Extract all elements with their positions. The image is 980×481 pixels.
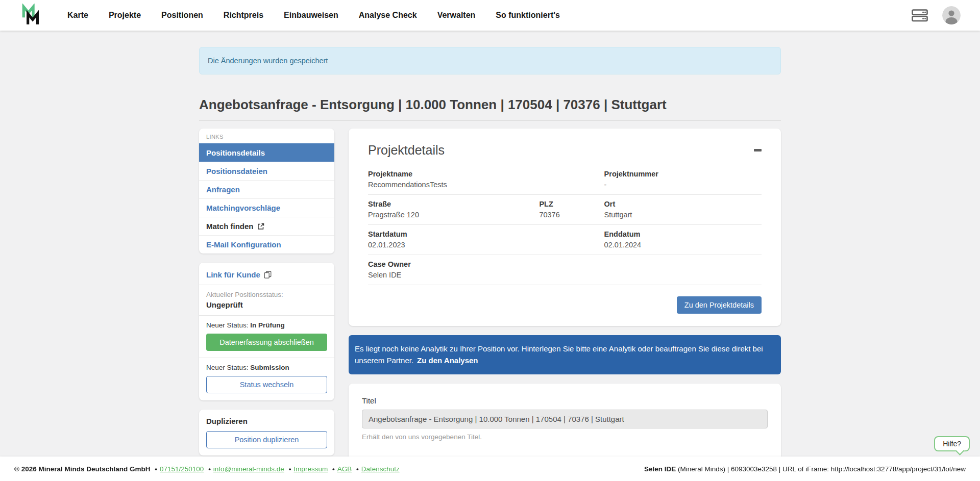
customer-link[interactable]: Link für Kunde — [206, 269, 327, 285]
divider — [199, 315, 334, 316]
footer-agb-link[interactable]: AGB — [337, 465, 352, 473]
footer-copyright: © 2026 Mineral Minds Deutschland GmbH — [14, 465, 151, 473]
complete-data-entry-button[interactable]: Datenerfassung abschließen — [206, 334, 327, 351]
main-column: Projektdetails Projektname Recommendatio… — [349, 129, 781, 481]
titel-input[interactable] — [362, 410, 768, 428]
footer-impressum-link[interactable]: Impressum — [293, 465, 328, 473]
new-status-1: Neuer Status: In Prüfung — [206, 321, 327, 329]
mineral-minds-logo[interactable] — [20, 4, 44, 27]
sidebar: LINKS Positionsdetails Positionsdateien … — [199, 129, 334, 481]
sidebar-item-email-konfiguration[interactable]: E-Mail Konfiguration — [199, 235, 334, 254]
titel-helper: Erhält den von uns vorgegebenen Titel. — [362, 433, 768, 441]
sidebar-item-label: E-Mail Konfiguration — [206, 240, 281, 249]
current-status-label: Aktueller Positionsstatus: — [206, 291, 327, 298]
nav-item-analyse-check[interactable]: Analyse Check — [359, 11, 417, 20]
external-link-icon — [257, 223, 264, 230]
nav-item-verwalten[interactable]: Verwalten — [437, 11, 476, 20]
strasse-label: Straße — [368, 200, 539, 208]
nav-item-karte[interactable]: Karte — [67, 11, 88, 20]
divider — [199, 358, 334, 358]
startdatum-label: Startdatum — [368, 230, 604, 238]
links-card: LINKS Positionsdetails Positionsdateien … — [199, 129, 334, 254]
project-details-row: Straße Pragstraße 120 PLZ 70376 Ort Stut… — [368, 195, 762, 225]
go-to-project-details-button[interactable]: Zu den Projektdetails — [677, 296, 762, 314]
projektnummer-label: Projektnummer — [604, 170, 762, 178]
top-navigation-bar: Karte Projekte Positionen Richtpreis Ein… — [0, 0, 980, 31]
nav-item-einbauweisen[interactable]: Einbauweisen — [284, 11, 338, 20]
footer-user-name: Selen IDE — [644, 465, 676, 473]
logo-icon — [20, 4, 44, 27]
startdatum-value: 02.01.2023 — [368, 241, 604, 249]
user-avatar-icon[interactable] — [942, 6, 961, 24]
page-title: Angebotsanfrage - Entsorgung | 10.000 To… — [199, 97, 781, 121]
analytics-banner-text: Es liegt noch keine Analytik zu Ihrer Po… — [355, 344, 763, 365]
sidebar-item-matchingvorschlaege[interactable]: Matchingvorschläge — [199, 198, 334, 217]
footer-datenschutz-link[interactable]: Datenschutz — [361, 465, 400, 473]
sidebar-item-label: Anfragen — [206, 185, 240, 194]
main-nav: Karte Projekte Positionen Richtpreis Ein… — [67, 11, 560, 20]
copy-icon — [264, 271, 272, 279]
case-owner-label: Case Owner — [368, 260, 604, 268]
analytics-banner: Es liegt noch keine Analytik zu Ihrer Po… — [349, 335, 781, 374]
strasse-value: Pragstraße 120 — [368, 211, 539, 219]
plz-value: 70376 — [539, 211, 604, 219]
titel-label: Titel — [362, 396, 768, 405]
ort-value: Stuttgart — [604, 211, 762, 219]
server-stack-icon[interactable] — [912, 9, 928, 22]
new-status-2: Neuer Status: Submission — [206, 364, 327, 371]
project-details-card: Projektdetails Projektname Recommendatio… — [349, 129, 781, 326]
sidebar-item-positionsdateien[interactable]: Positionsdateien — [199, 162, 334, 180]
project-details-title: Projektdetails — [368, 143, 445, 158]
enddatum-label: Enddatum — [604, 230, 762, 238]
page-content: Die Änderungen wurden gespeichert Angebo… — [199, 47, 781, 481]
saved-alert-text: Die Änderungen wurden gespeichert — [208, 57, 328, 65]
sidebar-item-label: Match finden — [206, 222, 254, 231]
duplicate-card: Duplizieren Position duplizieren — [199, 410, 334, 455]
minus-icon[interactable] — [754, 149, 762, 151]
projektname-value: RecommendationsTests — [368, 181, 604, 189]
sidebar-item-label: Positionsdetails — [206, 148, 265, 157]
duplicate-card-title: Duplizieren — [206, 417, 327, 425]
switch-status-button[interactable]: Status wechseln — [206, 376, 327, 393]
ort-label: Ort — [604, 200, 762, 208]
sidebar-item-anfragen[interactable]: Anfragen — [199, 180, 334, 198]
nav-right-actions — [912, 6, 961, 24]
footer-email-link[interactable]: info@mineral-minds.de — [213, 465, 284, 473]
project-details-row: Case Owner Selen IDE — [368, 255, 762, 285]
project-details-row: Projektname RecommendationsTests Projekt… — [368, 165, 762, 195]
project-details-row: Startdatum 02.01.2023 Enddatum 02.01.202… — [368, 225, 762, 255]
help-button-label: Hilfe? — [943, 440, 961, 448]
plz-label: PLZ — [539, 200, 604, 208]
footer-left: © 2026 Mineral Minds Deutschland GmbH •0… — [14, 465, 400, 473]
nav-item-so-funktionierts[interactable]: So funktioniert's — [496, 11, 560, 20]
sidebar-item-match-finden[interactable]: Match finden — [199, 217, 334, 235]
sidebar-item-label: Matchingvorschläge — [206, 204, 280, 212]
saved-alert: Die Änderungen wurden gespeichert — [199, 47, 781, 74]
case-owner-value: Selen IDE — [368, 271, 604, 279]
footer-session-details: (Mineral Minds) | 6093003e3258 | URL of … — [676, 465, 966, 473]
duplicate-position-button[interactable]: Position duplizieren — [206, 431, 327, 448]
nav-item-positionen[interactable]: Positionen — [161, 11, 203, 20]
enddatum-value: 02.01.2024 — [604, 241, 762, 249]
footer-phone-link[interactable]: 07151/250100 — [160, 465, 204, 473]
links-card-header: LINKS — [199, 129, 334, 143]
customer-link-label: Link für Kunde — [206, 270, 260, 279]
sidebar-item-label: Positionsdateien — [206, 167, 267, 175]
help-button[interactable]: Hilfe? — [934, 436, 970, 451]
status-card: Link für Kunde Aktueller Positionsstatus… — [199, 263, 334, 400]
current-status-value: Ungeprüft — [206, 300, 327, 309]
footer-session-info: Selen IDE (Mineral Minds) | 6093003e3258… — [644, 465, 966, 473]
go-to-analyses-link[interactable]: Zu den Analysen — [417, 356, 478, 365]
sidebar-item-positionsdetails[interactable]: Positionsdetails — [199, 143, 334, 162]
projektnummer-value: - — [604, 181, 762, 189]
footer: © 2026 Mineral Minds Deutschland GmbH •0… — [0, 457, 980, 481]
nav-item-richtpreis[interactable]: Richtpreis — [224, 11, 263, 20]
divider — [199, 285, 334, 285]
nav-item-projekte[interactable]: Projekte — [109, 11, 141, 20]
projektname-label: Projektname — [368, 170, 604, 178]
